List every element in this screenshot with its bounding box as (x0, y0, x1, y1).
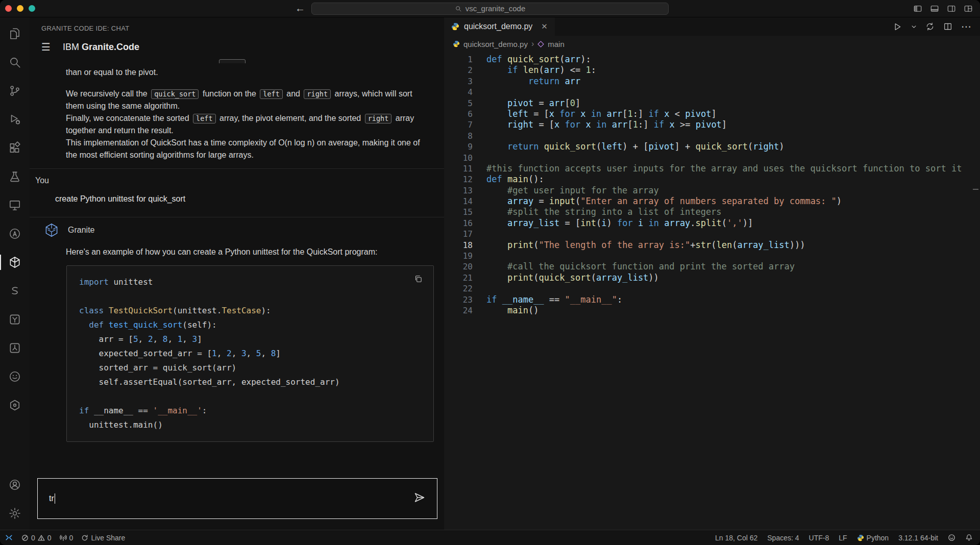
ports-indicator[interactable]: 0 (60, 534, 74, 542)
code-line: expected_sorted_arr = [1, 2, 3, 5, 8] (79, 346, 421, 361)
toggle-sidebar-icon[interactable] (913, 4, 922, 13)
split-editor-icon[interactable] (943, 22, 952, 31)
settings-gear-icon[interactable] (0, 501, 30, 526)
explorer-icon[interactable] (0, 21, 30, 46)
tab-close-icon[interactable]: ✕ (541, 22, 548, 31)
run-dropdown-chevron-icon[interactable] (911, 24, 917, 30)
line-number: 12 (444, 174, 473, 185)
encoding-setting[interactable]: UTF-8 (809, 534, 829, 542)
menu-hamburger-icon[interactable]: ☰ (41, 41, 51, 53)
customize-layout-icon[interactable] (964, 4, 973, 13)
branch-box-extension-icon-2[interactable] (0, 336, 30, 360)
code-line: def test_quick_sort(self): (79, 318, 421, 332)
chat-input[interactable]: tr (37, 478, 437, 519)
remote-explorer-icon[interactable] (0, 193, 30, 217)
send-message-icon[interactable] (413, 491, 426, 506)
notifications-bell-icon[interactable] (965, 534, 973, 541)
line-number: 1 (444, 54, 473, 65)
code-line: if __name__ == '__main__': (79, 404, 421, 418)
source-control-icon[interactable] (0, 79, 30, 103)
granite-logo-icon (44, 222, 59, 238)
hexagon-extension-icon[interactable] (0, 393, 30, 417)
smiley-extension-icon[interactable] (0, 364, 30, 389)
code-line (79, 389, 421, 404)
line-number: 17 (444, 229, 473, 239)
inline-code-chip: right (304, 89, 331, 99)
editor-code-line: 1def quick_sort(arr): (444, 54, 980, 65)
editor-code-line: 5 pivot = arr[0] (444, 98, 980, 109)
window-controls (0, 5, 35, 12)
sync-run-icon[interactable] (925, 22, 935, 31)
extensions-icon[interactable] (0, 136, 30, 160)
code-line: sorted_arr = quick_sort(arr) (79, 361, 421, 375)
line-number: 19 (444, 251, 473, 261)
python-file-icon (453, 40, 460, 47)
language-label: Python (867, 534, 889, 542)
cursor-position[interactable]: Ln 18, Col 62 (715, 534, 757, 542)
editor-code-line: 3 return arr (444, 76, 980, 87)
search-icon (455, 5, 462, 12)
account-icon[interactable] (0, 473, 30, 497)
editor-code-line: 21 print(quick_sort(array_list)) (444, 272, 980, 283)
copy-code-icon[interactable] (414, 274, 423, 288)
run-debug-icon[interactable] (0, 107, 30, 132)
user-message-group: You create Python unittest for quick_sor… (30, 168, 444, 217)
search-sidebar-icon[interactable] (0, 50, 30, 75)
eol-setting[interactable]: LF (839, 534, 847, 542)
code-line: self.assertEqual(sorted_arr, expected_so… (79, 375, 421, 389)
editor-code-line: 13 #get user input for the array (444, 185, 980, 196)
remote-indicator[interactable] (5, 533, 13, 542)
inline-code-chip: left (193, 114, 216, 123)
live-share-button[interactable]: Live Share (81, 534, 125, 542)
editor-area: quicksort_demo.py ✕ ⋯ quicksort_demo.py … (444, 17, 980, 530)
line-number: 24 (444, 305, 473, 316)
assistant-paragraph: This implementation of QuickSort has a t… (66, 137, 426, 161)
back-arrow-icon[interactable]: ← (295, 3, 305, 14)
interpreter-version[interactable]: 3.12.1 64-bit (898, 534, 938, 542)
assistant-role-label: Granite (68, 226, 94, 235)
code-line: arr = [5, 2, 8, 1, 3] (79, 332, 421, 346)
panel-title: GRANITE CODE IDE: CHAT (30, 17, 444, 36)
line-number: 16 (444, 218, 473, 229)
editor-code-line: 23if __name__ == "__main__": (444, 294, 980, 305)
testing-flask-icon[interactable] (0, 164, 30, 189)
circle-a-extension-icon[interactable] (0, 221, 30, 246)
feedback-icon[interactable] (948, 534, 955, 541)
command-center-search[interactable]: vsc_granite_code (311, 3, 669, 15)
line-number: 13 (444, 185, 473, 196)
editor-code[interactable]: 1def quick_sort(arr):2 if len(arr) <= 1:… (444, 52, 980, 530)
assistant-message: than or equal to the pivot.We recursivel… (30, 63, 444, 168)
python-logo-icon (857, 534, 864, 541)
breadcrumb-symbol[interactable]: main (548, 40, 565, 48)
tab-label: quicksort_demo.py (464, 22, 532, 31)
language-mode[interactable]: Python (857, 534, 889, 542)
warning-count: 0 (47, 534, 52, 542)
more-actions-icon[interactable]: ⋯ (961, 20, 972, 33)
chat-title: IBM Granite.Code (63, 42, 139, 53)
editor-code-line: 10 (444, 153, 980, 163)
activity-bar (0, 17, 30, 530)
maximize-window-button[interactable] (29, 5, 35, 12)
tab-quicksort-demo[interactable]: quicksort_demo.py ✕ (444, 17, 555, 36)
toggle-panel-icon[interactable] (930, 4, 939, 13)
granite-extension-icon[interactable] (0, 250, 30, 275)
branch-box-extension-icon-1[interactable] (0, 307, 30, 332)
toggle-secondary-sidebar-icon[interactable] (947, 4, 956, 13)
line-number: 4 (444, 87, 473, 97)
live-share-label: Live Share (91, 534, 125, 542)
line-number: 7 (444, 119, 473, 130)
error-count: 0 (31, 534, 35, 542)
s-curve-extension-icon[interactable] (0, 279, 30, 303)
indentation-setting[interactable]: Spaces: 4 (767, 534, 799, 542)
problems-indicator[interactable]: 0 0 (21, 534, 52, 542)
minimize-window-button[interactable] (17, 5, 23, 12)
run-file-icon[interactable] (893, 22, 902, 32)
live-share-icon (81, 534, 88, 541)
vscode-window: ← → vsc_granite_code (0, 0, 980, 545)
breadcrumb-file[interactable]: quicksort_demo.py (463, 40, 528, 48)
close-window-button[interactable] (5, 5, 12, 12)
radio-tower-icon (60, 534, 67, 541)
errors-icon (21, 534, 29, 541)
breadcrumb: quicksort_demo.py › main (444, 36, 980, 52)
editor-code-line: 4 (444, 87, 980, 97)
